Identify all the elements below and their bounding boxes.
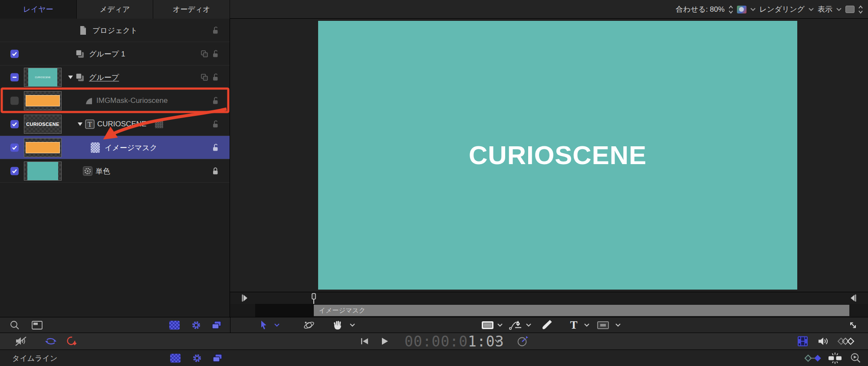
bezier-pen-tool-icon[interactable] [509,319,523,331]
layer-row-imgmask-curioscene[interactable]: IMGMask-Curioscene [0,89,230,112]
canvas-toggle-icon[interactable] [31,320,43,330]
viewer-controls: 合わせる: 80% レンダリング 表示 [676,0,863,19]
layer-label: イメージマスク [105,142,157,152]
background-stepper-icon[interactable] [858,5,863,14]
play-button-icon[interactable] [380,337,389,346]
group-icon [74,72,85,83]
go-to-start-icon[interactable] [360,337,369,345]
layer-row-group-1[interactable]: グループ 1 [0,42,230,66]
mask-tool-chevron-icon[interactable] [615,323,621,327]
layer-checkbox[interactable] [10,96,19,105]
channels-chevron-down-icon[interactable] [750,8,756,11]
layer-checkbox[interactable] [10,143,19,152]
tab-2[interactable]: オーディオ [153,0,230,19]
lock-open-icon[interactable] [212,49,219,58]
lock-open-icon[interactable] [212,96,219,105]
lock-open-icon[interactable] [212,120,219,129]
select-tool-chevron-icon[interactable] [274,323,279,327]
zoom-stepper-icon[interactable] [729,5,733,14]
svg-text:T: T [88,120,92,129]
timecode-chevron-icon[interactable] [495,340,501,343]
disclosure-triangle-icon[interactable] [68,75,73,79]
mask-rectangle-tool-icon[interactable] [596,320,610,330]
panel-tabs: レイヤーメディアオーディオ [0,0,230,19]
lock-open-icon[interactable] [212,73,219,82]
audio-speaker-icon[interactable] [818,336,830,346]
expand-view-icon[interactable] [847,319,859,331]
timeline-behaviors-gear-icon[interactable] [192,353,202,363]
tab-1[interactable]: メディア [77,0,154,19]
layer-row-image-mask[interactable]: イメージマスク [0,136,230,159]
lock-closed-icon[interactable] [212,167,219,175]
text-tool-icon[interactable]: T [569,320,579,331]
canvas-slate: CURIOSCENE [318,21,797,290]
play-range-in-marker[interactable] [241,294,248,302]
timeline-zoom-icon[interactable] [850,352,861,364]
behaviors-gear-icon[interactable] [191,320,201,330]
mini-timeline: イメージマスク [230,292,868,317]
layer-thumbnail: CURIOSCENE [24,115,62,134]
render-menu[interactable]: レンダリング [760,4,805,14]
rectangle-tool-icon[interactable] [481,320,494,330]
clip-split-icon[interactable] [827,352,843,364]
lock-open-icon[interactable] [212,26,219,35]
timeline-title: タイムライン [12,353,57,363]
pan-tool-chevron-icon[interactable] [350,323,355,327]
rectangle-tool-chevron-icon[interactable] [497,323,503,327]
main-area: プロジェクトグループ 1CURIOSCENEグループIMGMask-Curios… [0,19,868,317]
filters-checker-icon[interactable] [169,320,180,330]
render-chevron-down-icon[interactable] [809,8,814,11]
background-swatch[interactable] [845,6,855,13]
pan-hand-tool-icon[interactable] [332,320,343,331]
keyframe-pair-icon[interactable] [804,353,824,363]
layer-checkbox[interactable] [10,120,19,128]
timecode-display[interactable]: 00:00:01:03 [404,333,504,350]
timer-icon[interactable] [516,335,529,347]
search-icon[interactable] [10,320,20,330]
display-chevron-down-icon[interactable] [836,8,842,11]
loop-playback-icon[interactable] [43,336,58,347]
paint-brush-tool-icon[interactable] [541,319,553,331]
play-range-out-marker[interactable] [850,294,857,302]
select-tool-arrow-icon[interactable] [259,320,268,330]
thumbnail-text: CURIOSCENE [24,115,61,133]
layer-row-curioscene[interactable]: CURIOSCENETCURIOSCENE [0,112,230,136]
layer-checkbox[interactable] [10,167,19,175]
pen-tool-chevron-icon[interactable] [526,323,531,327]
playhead[interactable] [310,293,317,304]
mask-indicator-checker-icon [155,120,163,128]
timeline-filters-checker-icon[interactable] [170,353,181,363]
thumbnail-tiny-text: CURIOSCENE [35,76,50,78]
layer-thumbnail: CURIOSCENE [24,68,62,87]
timeline-clip-image-mask[interactable]: イメージマスク [314,305,849,316]
show-keyframes-diamonds-icon[interactable] [836,336,858,347]
composite-icon[interactable] [201,50,208,58]
display-menu[interactable]: 表示 [818,4,832,14]
layer-checkbox[interactable] [10,49,19,58]
text-tool-chevron-icon[interactable] [584,323,589,327]
disclosure-triangle-icon[interactable] [77,122,83,126]
orbit-3d-tool-icon[interactable] [303,319,315,331]
composite-icon[interactable] [201,73,208,81]
lock-open-light-icon[interactable] [212,143,219,152]
layer-row-solid[interactable]: 単色 [0,159,230,183]
motion-app-window: レイヤーメディアオーディオ 合わせる: 80% レンダリング 表示 [0,0,868,366]
record-icon[interactable] [66,336,79,347]
canvas-viewer[interactable]: CURIOSCENE [230,19,868,292]
tab-0[interactable]: レイヤー [0,0,77,19]
zoom-fit-label[interactable]: 合わせる: 80% [676,4,725,14]
thumbnail-teal-fill: CURIOSCENE [28,68,57,86]
svg-text:T: T [570,320,578,331]
new-group-layers-icon[interactable] [211,320,222,330]
layer-label: グループ 1 [89,49,125,59]
layer-checkbox[interactable] [10,73,19,81]
mute-audio-icon[interactable] [15,336,28,347]
layer-row-project[interactable]: プロジェクト [0,19,230,42]
show-video-filmstrip-icon[interactable] [797,336,809,347]
timecode-dim: 00:00:0 [404,333,468,350]
channels-swatch[interactable] [737,6,746,13]
timeline-ruler[interactable] [230,292,868,304]
timeline-layers-icon[interactable] [212,353,223,363]
timeline-track[interactable]: イメージマスク [230,304,868,317]
layer-row-group[interactable]: CURIOSCENEグループ [0,66,230,89]
